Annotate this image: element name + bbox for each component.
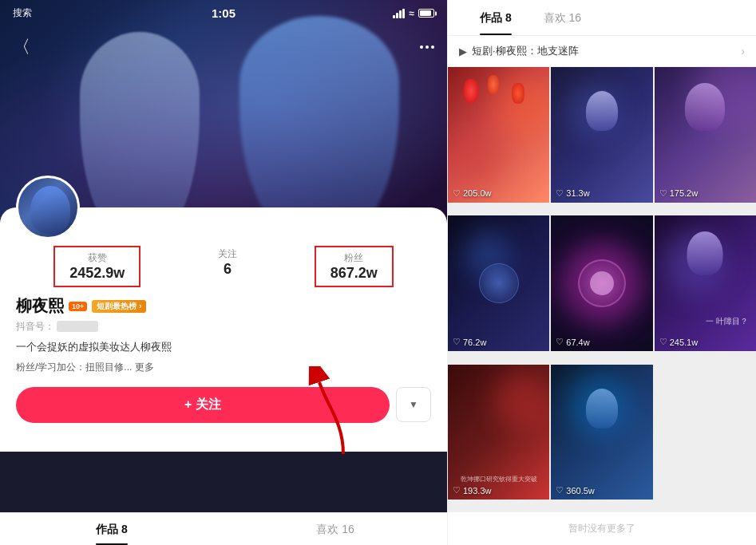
no-more-text: 暂时没有更多了 [448, 511, 756, 545]
grid-item-8-likes: ♡ 360.5w [556, 485, 594, 496]
grid-item-7[interactable]: 乾坤挪口研究钦得重大突破 ♡ 193.3w [448, 365, 549, 500]
right-tab-likes[interactable]: 喜欢 16 [528, 0, 597, 35]
battery-icon [418, 9, 434, 18]
play-icon: ▶ [459, 45, 467, 57]
heart-icon: ♡ [556, 188, 564, 199]
search-label: 搜索 [13, 6, 32, 20]
grid-item-5[interactable]: ♡ 67.4w [551, 215, 652, 351]
dot2 [425, 45, 429, 49]
stat-likes[interactable]: 获赞 2452.9w [55, 247, 139, 286]
grid-item-1-likes: ♡ 205.0w [453, 188, 491, 199]
bottom-tabs: 作品 8 喜欢 16 [0, 512, 447, 545]
left-panel: 搜索 1:05 ≈ 〈 [0, 0, 447, 545]
douyin-label: 抖音号： [16, 321, 54, 332]
right-tab-works[interactable]: 作品 8 [464, 0, 528, 35]
series-title: 短剧·柳夜熙：地支迷阵 [472, 44, 579, 58]
back-button[interactable]: 〈 [13, 35, 30, 59]
grid-item-1[interactable]: ♡ 205.0w [448, 67, 549, 203]
profile-name-text: 柳夜熙 [16, 295, 64, 317]
grid-item-5-likes: ♡ 67.4w [556, 337, 589, 347]
heart-icon: ♡ [659, 337, 667, 347]
rank-badge: 短剧最热榜 › [92, 300, 146, 313]
grid-item-2-likes: ♡ 31.3w [556, 188, 589, 199]
grid-item-4-likes: ♡ 76.2w [453, 337, 486, 347]
right-panel: 作品 8 喜欢 16 ▶ 短剧·柳夜熙：地支迷阵 › ♡ 205.0w [447, 0, 756, 545]
stat-following-value: 6 [218, 261, 237, 278]
menu-button[interactable] [420, 45, 434, 49]
wifi-icon: ≈ [409, 8, 414, 19]
profile-name-row: 柳夜熙 10+ 短剧最热榜 › [16, 295, 431, 317]
avatar-wrapper [16, 176, 80, 239]
grid-item-8[interactable]: ♡ 360.5w [551, 365, 652, 500]
search-area: 搜索 [13, 6, 32, 20]
avatar [16, 176, 80, 239]
nav-bar: 〈 [0, 29, 447, 65]
heart-icon: ♡ [659, 188, 667, 199]
grid-item-7-likes: ♡ 193.3w [453, 485, 491, 496]
dot1 [420, 45, 423, 49]
douyin-id-value: ●●●●●● [57, 321, 98, 332]
stat-likes-value: 2452.9w [69, 265, 125, 282]
follow-row: + 关注 ▼ [16, 387, 431, 423]
time-display: 1:05 [212, 6, 236, 20]
status-bar: 搜索 1:05 ≈ [0, 0, 447, 26]
heart-icon: ♡ [453, 337, 461, 347]
heart-icon: ♡ [453, 485, 461, 496]
douyin-id-row: 抖音号： ●●●●●● [16, 320, 431, 334]
series-bar-left: ▶ 短剧·柳夜熙：地支迷阵 [459, 44, 579, 58]
follow-button[interactable]: + 关注 [16, 387, 390, 423]
stats-row: 获赞 2452.9w 关注 6 粉丝 867.2w [16, 247, 431, 286]
stat-fans[interactable]: 粉丝 867.2w [316, 247, 392, 286]
tab-likes[interactable]: 喜欢 16 [224, 513, 447, 545]
tab-works[interactable]: 作品 8 [0, 513, 224, 545]
stat-fans-value: 867.2w [331, 265, 378, 282]
stat-following-label: 关注 [218, 247, 237, 261]
dot3 [431, 45, 434, 49]
chevron-right-icon: › [741, 45, 745, 57]
heart-icon: ♡ [453, 188, 461, 199]
stat-fans-label: 粉丝 [331, 251, 378, 265]
signal-icon [393, 9, 405, 18]
grid-item-3[interactable]: ♡ 175.2w [655, 67, 756, 203]
fans-note: 粉丝/学习加公：扭照目修... 更多 [16, 361, 431, 374]
profile-section: 获赞 2452.9w 关注 6 粉丝 867.2w 柳夜熙 10+ 短剧最热榜 … [0, 207, 447, 452]
bio-text: 一个会捉妖的虚拟美妆达人柳夜熙 [16, 340, 431, 354]
heart-icon: ♡ [556, 337, 564, 347]
grid-item-6-likes: ♡ 245.1w [659, 337, 698, 347]
grid-item-4[interactable]: ♡ 76.2w [448, 215, 549, 351]
grid-item-3-likes: ♡ 175.2w [659, 188, 698, 199]
stat-following[interactable]: 关注 6 [218, 247, 237, 286]
right-tabs: 作品 8 喜欢 16 [448, 0, 756, 36]
video-grid: ♡ 205.0w ♡ 31.3w ♡ 175.2w ♡ [448, 67, 756, 511]
stat-likes-label: 获赞 [69, 251, 125, 265]
grid-item-2[interactable]: ♡ 31.3w [551, 67, 652, 203]
dropdown-button[interactable]: ▼ [396, 387, 431, 422]
status-icons: ≈ [393, 8, 434, 19]
series-bar[interactable]: ▶ 短剧·柳夜熙：地支迷阵 › [448, 36, 756, 67]
level-badge: 10+ [69, 302, 87, 311]
grid-item-6[interactable]: 一 叶障目？ ♡ 245.1w [655, 215, 756, 351]
heart-icon: ♡ [556, 485, 564, 496]
